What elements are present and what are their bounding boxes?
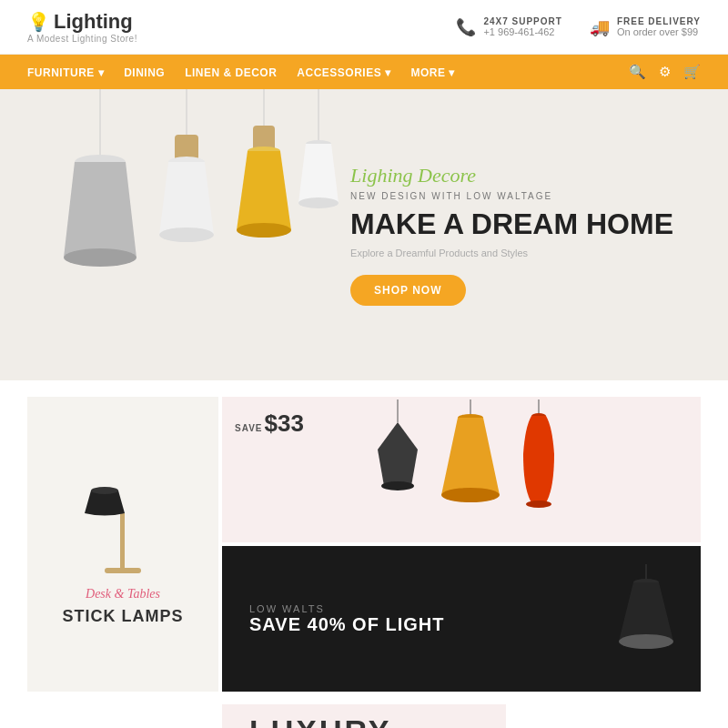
nav-furniture-link[interactable]: FURNITURE ▾ [27,66,104,79]
support-info: 📞 24X7 SUPPORT +1 969-461-462 [456,16,561,37]
hero-tagline: NEW DESIGN WITH LOW WALTAGE [350,191,673,201]
svg-point-20 [381,481,414,490]
luxury-title: LUXURY [249,713,479,728]
save-amount: $33 [265,410,304,438]
desk-lamp-category: Desk & Tables [86,587,160,602]
luxury-lamps-svg [307,399,616,541]
svg-point-23 [441,488,500,502]
search-icon[interactable]: 🔍 [629,64,646,80]
save-label: SAVE [235,423,263,433]
nav-furniture[interactable]: FURNITURE ▾ [27,64,104,80]
settings-icon[interactable]: ⚙ [659,64,671,80]
svg-point-6 [159,228,214,242]
truck-icon: 🚚 [590,17,610,37]
nav-more[interactable]: MORE ▾ [411,64,455,80]
featured-desk-lamps: Desk & Tables STICK LAMPS [27,397,218,692]
svg-point-10 [237,223,291,238]
nav-more-link[interactable]: MORE ▾ [411,66,455,79]
nav-items: FURNITURE ▾ DINING LINEN & DECOR ACCESSO… [27,64,455,80]
hero-section: Lighing Decore NEW DESIGN WITH LOW WALTA… [0,89,728,380]
hero-description: Explore a Dreamful Products and Styles [350,248,673,258]
nav-linen[interactable]: LINEN & DECOR [185,64,277,80]
logo-name: 💡 Lighting [27,10,137,34]
main-nav: FURNITURE ▾ DINING LINEN & DECOR ACCESSO… [0,55,728,89]
nav-icons: 🔍 ⚙ 🛒 [629,64,701,80]
svg-point-26 [526,500,551,508]
logo-bulb-icon: 💡 [27,11,50,33]
featured-low-walts: LOW WALTS SAVE 40% OF LIGHT [222,546,701,692]
nav-accessories[interactable]: ACCESSORIES ▾ [297,64,390,80]
hero-content: Lighing Decore NEW DESIGN WITH LOW WALTA… [350,164,673,306]
delivery-info: 🚚 FREE DELIVERY On order over $99 [590,16,701,37]
low-walts-label: LOW WALTS [249,603,325,614]
delivery-label: FREE DELIVERY [617,16,701,26]
delivery-sub: On order over $99 [617,26,701,37]
support-phone: +1 969-461-462 [483,26,561,37]
svg-marker-19 [378,422,418,486]
support-text: 24X7 SUPPORT +1 969-461-462 [483,16,561,37]
shop-now-button[interactable]: SHOP NOW [350,275,465,306]
featured-luxury-top: SAVE $33 [222,397,701,542]
support-label: 24X7 SUPPORT [483,16,561,26]
svg-rect-15 [120,513,125,570]
nav-accessories-link[interactable]: ACCESSORIES ▾ [297,66,390,79]
svg-point-13 [298,197,339,208]
logo-area: 💡 Lighting A Modest Lighting Store! [27,10,137,44]
nav-linen-link[interactable]: LINEN & DECOR [185,66,277,79]
desk-lamp-title: STICK LAMPS [62,607,183,626]
hero-script-title: Lighing Decore [350,164,673,187]
hero-lamps-svg [18,89,364,380]
svg-point-2 [64,248,136,267]
logo-sub: A Modest Lighting Store! [27,34,137,44]
header: 💡 Lighting A Modest Lighting Store! 📞 24… [0,0,728,55]
cart-icon[interactable]: 🛒 [683,64,701,80]
phone-icon: 📞 [456,17,476,37]
low-walts-title: SAVE 40% OF LIGHT [249,614,444,635]
svg-point-29 [619,634,673,649]
logo-text: Lighting [54,10,133,34]
luxury-label-area: LUXURY CEILING LIGHTS WITH MINIMALISM [222,704,506,728]
dark-lamp-svg [610,564,682,673]
delivery-text: FREE DELIVERY On order over $99 [617,16,701,37]
desk-lamp-svg [77,463,168,581]
header-right: 📞 24X7 SUPPORT +1 969-461-462 🚚 FREE DEL… [456,16,701,37]
nav-dining-link[interactable]: DINING [124,66,165,79]
save-badge: SAVE $33 [235,410,304,438]
hero-title: MAKE A DREAM HOME [350,208,673,240]
featured-grid: Desk & Tables STICK LAMPS SAVE $33 [27,397,701,692]
svg-point-17 [91,487,118,494]
nav-dining[interactable]: DINING [124,64,165,80]
